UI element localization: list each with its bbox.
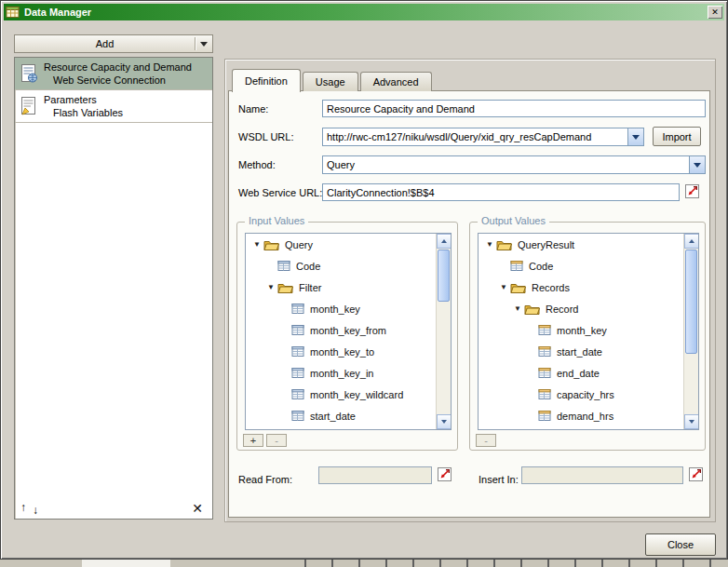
expand-collapse-triangle-icon[interactable]: ▼: [486, 240, 496, 249]
background-window-ticks: [279, 560, 728, 567]
web-service-url-input[interactable]: [322, 183, 680, 201]
tree-node-label: demand_hrs: [557, 411, 613, 422]
tree-node-records[interactable]: ▼Records: [479, 277, 683, 298]
tree-node-code[interactable]: Code: [479, 255, 683, 277]
field-icon: [538, 324, 551, 336]
input-values-tree: ▼QueryCode▼Filtermonth_keymonth_key_from…: [245, 233, 452, 430]
close-icon: ✕: [711, 7, 719, 17]
tree-node-month-key[interactable]: month_key: [246, 298, 436, 319]
list-item-subtitle: Web Service Connection: [44, 74, 192, 87]
scroll-down-button[interactable]: [684, 414, 699, 429]
method-label: Method:: [238, 159, 276, 170]
tree-node-label: Code: [296, 261, 320, 272]
name-input[interactable]: [322, 100, 706, 117]
close-button[interactable]: Close: [645, 533, 716, 556]
wsdl-url-combo[interactable]: http://rwc-cm127/niku/wsdl/Query/xid_qry…: [322, 128, 644, 146]
import-button[interactable]: Import: [653, 127, 701, 146]
field-icon: [291, 324, 304, 336]
method-value: Query: [323, 159, 689, 170]
field-icon: [291, 345, 304, 358]
output-values-title: Output Values: [478, 215, 549, 226]
tree-node-label: capacity_hrs: [557, 389, 614, 400]
scroll-thumb[interactable]: [438, 250, 450, 302]
tab-definition[interactable]: Definition: [232, 69, 301, 92]
tree-node-label: month_key_in: [310, 368, 374, 379]
background-window-edge: [82, 560, 170, 567]
insert-in-label: Insert In:: [479, 474, 519, 485]
scroll-thumb[interactable]: [685, 250, 697, 354]
list-item-title: Parameters: [44, 93, 123, 106]
move-down-button[interactable]: ↓: [33, 504, 38, 517]
tree-node-filter[interactable]: ▼Filter: [246, 277, 436, 298]
tree-node-label: month_key_wildcard: [310, 389, 403, 400]
output-tree-scrollbar[interactable]: [683, 234, 698, 429]
list-item-flash-variables[interactable]: Parameters Flash Variables: [15, 90, 212, 123]
wsdl-dropdown-button[interactable]: [627, 128, 643, 145]
tree-node-month-key-wildcard[interactable]: month_key_wildcard: [246, 384, 436, 405]
add-dropdown-arrow[interactable]: [195, 42, 212, 47]
window-title: Data Manager: [24, 7, 91, 18]
add-node-button[interactable]: +: [243, 434, 263, 447]
add-button[interactable]: Add: [14, 34, 213, 53]
field-icon: [538, 367, 551, 379]
tab-strip: Definition Usage Advanced: [232, 69, 434, 92]
delete-item-button[interactable]: ✕: [192, 501, 203, 516]
expand-collapse-triangle-icon[interactable]: ▼: [267, 283, 277, 291]
folder-icon: [496, 238, 512, 251]
tree-node-code[interactable]: Code: [246, 255, 436, 277]
tree-node-query[interactable]: ▼Query: [246, 234, 436, 255]
scroll-up-button[interactable]: [684, 234, 699, 249]
field-icon: [510, 260, 523, 272]
arrow-down-icon: [689, 420, 694, 424]
method-dropdown-button[interactable]: [689, 156, 705, 173]
read-from-input[interactable]: [318, 466, 432, 484]
tree-node-end-date[interactable]: end_date: [479, 362, 683, 384]
tree-node-month-key-in[interactable]: month_key_in: [246, 362, 436, 384]
tree-node-month-key[interactable]: month_key: [479, 319, 683, 341]
folder-icon: [510, 281, 526, 294]
tree-node-queryresult[interactable]: ▼QueryResult: [479, 234, 683, 255]
tree-node-label: month_key: [557, 325, 607, 336]
scroll-up-button[interactable]: [437, 234, 452, 249]
tree-node-capacity-hrs[interactable]: capacity_hrs: [479, 384, 683, 405]
wsdl-url-label: WSDL URL:: [238, 131, 294, 142]
tree-node-demand-hrs[interactable]: demand_hrs: [479, 405, 683, 426]
list-item-web-service-connection[interactable]: Resource Capacity and Demand Web Service…: [15, 58, 212, 90]
web-service-url-label: Web Service URL:: [238, 187, 322, 198]
field-icon: [538, 345, 551, 358]
arrow-down-icon: [441, 420, 447, 424]
title-bar[interactable]: Data Manager ✕: [4, 4, 724, 20]
expand-collapse-triangle-icon[interactable]: ▼: [514, 304, 524, 313]
cell-range-picker-icon[interactable]: [689, 467, 703, 481]
tree-node-label: Record: [546, 304, 578, 315]
arrow-up-icon: [689, 239, 694, 243]
tab-advanced[interactable]: Advanced: [360, 72, 432, 91]
move-up-button[interactable]: ↑: [20, 501, 26, 514]
field-icon: [291, 367, 304, 379]
expand-collapse-triangle-icon[interactable]: ▼: [500, 283, 510, 291]
tree-node-label: Query: [285, 239, 313, 250]
tree-node-start-date[interactable]: start_date: [479, 341, 683, 362]
field-icon: [291, 410, 304, 422]
desktop-strip: [0, 560, 728, 567]
read-from-label: Read From:: [238, 474, 292, 485]
folder-icon: [277, 281, 293, 294]
tab-usage[interactable]: Usage: [303, 72, 358, 91]
input-tree-scrollbar[interactable]: [436, 234, 451, 429]
insert-in-input[interactable]: [521, 466, 683, 484]
close-window-button[interactable]: ✕: [708, 6, 722, 19]
method-combo[interactable]: Query: [322, 155, 706, 174]
tree-node-month-key-to[interactable]: month_key_to: [246, 341, 436, 362]
tree-node-month-key-from[interactable]: month_key_from: [246, 319, 436, 341]
remove-node-button[interactable]: -: [476, 434, 496, 447]
remove-node-button[interactable]: -: [266, 434, 287, 447]
expand-collapse-triangle-icon[interactable]: ▼: [253, 240, 263, 249]
scroll-down-button[interactable]: [437, 414, 452, 429]
name-label: Name:: [238, 103, 268, 115]
cell-range-picker-icon[interactable]: [438, 467, 452, 481]
tree-node-start-date[interactable]: start_date: [246, 405, 436, 426]
tree-node-record[interactable]: ▼Record: [479, 298, 683, 319]
arrow-up-icon: [441, 239, 447, 243]
cell-range-picker-icon[interactable]: [685, 184, 699, 198]
chevron-down-icon: [694, 163, 701, 168]
